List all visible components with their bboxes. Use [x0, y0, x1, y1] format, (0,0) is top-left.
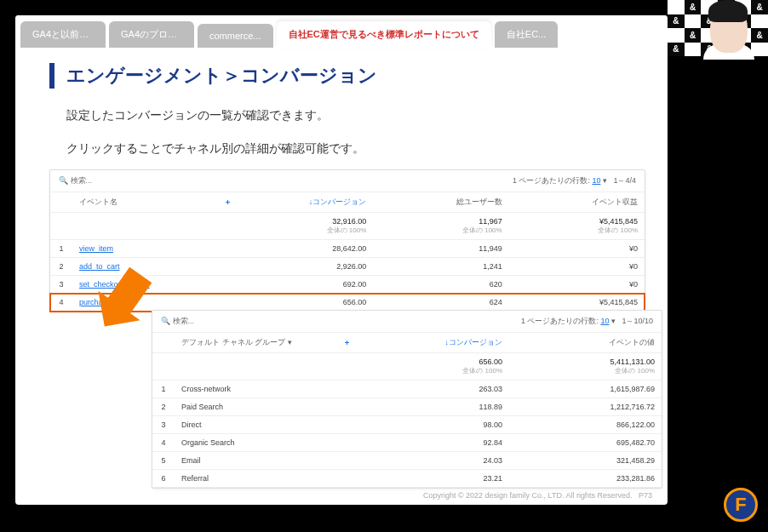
tab-standard-reports[interactable]: 自社EC運営で見るべき標準レポートについて [277, 21, 491, 48]
para-1: 設定したコンバージョンの一覧が確認できます。 [66, 104, 633, 127]
tab-ga4-comparison[interactable]: GA4と以前までの... [20, 21, 106, 48]
add-dimension-icon[interactable]: ＋ [217, 192, 238, 213]
search-icon[interactable]: 🔍 検索... [161, 316, 194, 327]
speaker-video: &&& &&& &&& &&& [668, 0, 768, 56]
col-conversions[interactable]: ↓コンバージョン [357, 333, 509, 353]
col-event-name[interactable]: イベント名 [72, 192, 217, 213]
totals-row: 32,916.00全体の 100% 11,967全体の 100% ¥5,415,… [50, 213, 645, 240]
col-conversions[interactable]: ↓コンバージョン [238, 192, 373, 213]
panel-stack: 🔍 検索... 1 ページあたりの行数: 10 ▾ 1～4/4 イベント名 ＋ [49, 169, 633, 484]
col-revenue[interactable]: イベント収益 [509, 192, 645, 213]
tab-own-ec[interactable]: 自社EC... [495, 21, 558, 48]
table-channels: デフォルト チャネル グループ ▾ ＋ ↓コンバージョン イベントの値 656.… [152, 333, 662, 488]
tabs: GA4と以前までの... GA4のプロパ... commerce... 自社EC… [15, 15, 668, 48]
table-row[interactable]: 1 view_item 28,642.00 11,949 ¥0 [50, 240, 645, 258]
table-row[interactable]: 4Organic Search 92.84695,482.70 [152, 434, 662, 452]
panel-channels: 🔍 検索... 1 ページあたりの行数: 10 ▾ 1～10/10 デフォルト … [152, 310, 662, 489]
event-link[interactable]: add_to_cart [79, 262, 120, 271]
table-row[interactable]: 5Email 24.03321,458.29 [152, 452, 662, 470]
rows-select[interactable]: 10 [592, 176, 600, 185]
table-row[interactable]: 1Cross-network 263.031,615,987.69 [152, 380, 662, 398]
pager: 1 ページあたりの行数: 10 ▾ 1～4/4 [513, 175, 636, 186]
tab-ga4-property[interactable]: GA4のプロパ... [109, 21, 194, 48]
search-icon[interactable]: 🔍 検索... [59, 175, 92, 186]
slide-heading: エンゲージメント＞コンバージョン [49, 63, 633, 89]
brand-badge[interactable]: F [724, 488, 758, 522]
add-dimension-icon[interactable]: ＋ [336, 333, 357, 353]
pager: 1 ページあたりの行数: 10 ▾ 1～10/10 [521, 316, 653, 327]
tab-commerce[interactable]: commerce... [198, 24, 273, 48]
rows-select[interactable]: 10 [600, 317, 609, 325]
slide-stage: GA4と以前までの... GA4のプロパ... commerce... 自社EC… [15, 15, 668, 505]
page-number: P73 [639, 491, 652, 500]
table-row[interactable]: 3Direct 98.00866,122.00 [152, 416, 662, 434]
para-2: クリックすることでチャネル別の詳細が確認可能です。 [66, 137, 633, 160]
col-event-value[interactable]: イベントの値 [509, 333, 662, 353]
event-link[interactable]: view_item [79, 244, 113, 253]
channel-group-select[interactable]: デフォルト チャネル グループ ▾ [181, 338, 292, 346]
footer: Copyright © 2022 design family Co., LTD.… [423, 491, 652, 500]
slide-body: エンゲージメント＞コンバージョン 設定したコンバージョンの一覧が確認できます。 … [15, 48, 668, 484]
col-users[interactable]: 総ユーザー数 [373, 192, 508, 213]
table-row[interactable]: 2 add_to_cart 2,926.00 1,241 ¥0 [50, 258, 645, 276]
table-row[interactable]: 6Referral 23.21233,281.86 [152, 470, 662, 488]
totals-row: 656.00全体の 100% 5,411,131.00全体の 100% [152, 353, 662, 380]
table-row[interactable]: 2Paid Search 118.891,212,716.72 [152, 398, 662, 416]
